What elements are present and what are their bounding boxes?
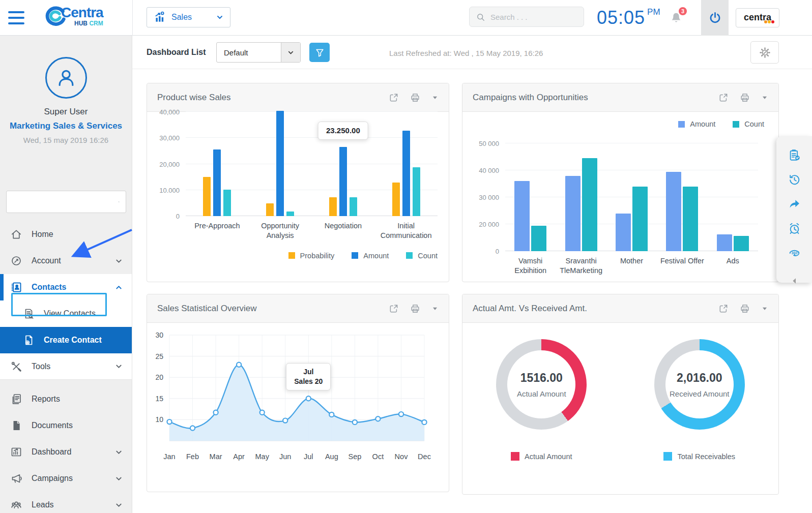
- bar-probability[interactable]: [266, 203, 274, 216]
- donut-label: Actual Amount: [517, 389, 566, 398]
- bar-amount[interactable]: [276, 111, 284, 216]
- sidebar-item-label: Reports: [32, 395, 60, 404]
- y-axis-tick: 0: [496, 248, 499, 255]
- app-logo: Centra HUB CRM: [44, 4, 103, 27]
- notifications-button[interactable]: 3: [670, 11, 683, 25]
- legend-item[interactable]: Probability: [288, 252, 335, 260]
- expand-icon[interactable]: [718, 304, 729, 314]
- bar-amount[interactable]: [616, 214, 631, 251]
- legend-label: Count: [418, 252, 438, 260]
- global-search-input[interactable]: [490, 13, 572, 21]
- logout-button[interactable]: [701, 0, 729, 36]
- chevron-down-icon: [114, 501, 123, 509]
- product-wise-sales-chart[interactable]: 010.00020,00030,00040,00023.250.00Pre-Ap…: [147, 112, 449, 260]
- chart-legend: ProbabilityAmountCount: [153, 252, 449, 260]
- bar-amount[interactable]: [339, 147, 347, 216]
- print-icon[interactable]: [740, 304, 750, 314]
- sidebar-item-campaigns[interactable]: Campaigns: [0, 465, 132, 492]
- sidebar-item-documents[interactable]: Documents: [0, 412, 132, 439]
- bar-count[interactable]: [734, 236, 749, 251]
- campaigns-opportunities-chart[interactable]: AmountCount020 00030 00040 00050 000Vams…: [462, 112, 778, 276]
- bar-probability[interactable]: [329, 197, 337, 216]
- last-refreshed-text: Last Refreshed at: Wed , 15 May 2019, 16…: [389, 49, 543, 57]
- bar-amount[interactable]: [717, 234, 732, 251]
- donut-ring[interactable]: 1516.00 Actual Amount: [496, 339, 587, 430]
- bar-count[interactable]: [683, 187, 698, 251]
- caret-down-icon[interactable]: [761, 94, 768, 101]
- dashboard-view-select[interactable]: Default: [216, 42, 301, 63]
- donut-actual-amount[interactable]: 1516.00 Actual Amount: [496, 339, 587, 430]
- bar-count[interactable]: [413, 167, 420, 216]
- bar-probability[interactable]: [392, 183, 400, 216]
- legend-item[interactable]: Amount: [678, 120, 715, 128]
- donut-ring[interactable]: 2,016.00 Received Amount: [654, 339, 745, 430]
- bar-count[interactable]: [350, 197, 357, 216]
- bar-count[interactable]: [632, 187, 648, 251]
- bar-count[interactable]: [286, 212, 294, 216]
- legend-item[interactable]: Count: [406, 252, 438, 260]
- caret-down-icon[interactable]: [431, 305, 439, 312]
- y-axis-tick: 40 000: [479, 167, 499, 174]
- quick-tools-panel: 360°: [776, 136, 812, 283]
- sidebar-item-tools[interactable]: Tools: [0, 353, 132, 380]
- legend-item[interactable]: Actual Amount: [511, 452, 572, 461]
- sidebar-search-input[interactable]: [7, 198, 118, 206]
- bar-amount[interactable]: [402, 131, 410, 216]
- module-selector[interactable]: Sales: [147, 7, 230, 27]
- legend-swatch: [678, 121, 685, 128]
- print-icon[interactable]: [410, 93, 420, 103]
- sidebar-item-create-contact[interactable]: Create Contact: [0, 327, 132, 353]
- legend-item[interactable]: Total Receivables: [663, 452, 735, 461]
- tasks-icon[interactable]: [788, 148, 801, 162]
- deg360-icon[interactable]: 360°: [788, 246, 801, 260]
- bar-amount[interactable]: [666, 172, 681, 251]
- legend-label: Count: [744, 120, 764, 128]
- legend-item[interactable]: Amount: [352, 252, 389, 260]
- card-title: Campaigns with Opportunities: [473, 93, 588, 103]
- expand-icon[interactable]: [718, 93, 729, 103]
- user-department[interactable]: Marketing Sales & Services: [0, 121, 132, 131]
- sidebar-item-contacts[interactable]: Contacts: [0, 274, 132, 300]
- sidebar-item-leads[interactable]: Leads: [0, 492, 132, 513]
- bar-amount[interactable]: [514, 181, 530, 251]
- filter-button[interactable]: [309, 43, 330, 62]
- caret-down-icon[interactable]: [761, 305, 768, 312]
- collapse-left-icon[interactable]: [790, 277, 799, 285]
- clock-time: 05:05: [597, 7, 645, 28]
- sidebar-item-view-contacts[interactable]: View Contacts: [0, 300, 132, 327]
- svg-text:25: 25: [155, 352, 163, 360]
- sidebar-item-home[interactable]: Home: [0, 221, 132, 248]
- bar-count[interactable]: [223, 190, 231, 216]
- expand-icon[interactable]: [389, 304, 399, 314]
- caret-down-icon[interactable]: [431, 94, 439, 101]
- sidebar-item-reports[interactable]: Reports: [0, 386, 132, 412]
- legend-swatch: [288, 252, 295, 259]
- bar-probability[interactable]: [203, 177, 211, 216]
- bar-count[interactable]: [531, 226, 546, 251]
- card-title: Sales Statistical Overview: [157, 304, 257, 314]
- legend-item[interactable]: Count: [733, 120, 764, 128]
- dashboard-settings-button[interactable]: [750, 41, 779, 64]
- chart-legend: AmountCount: [678, 120, 764, 128]
- sidebar-item-label: Campaigns: [32, 474, 73, 483]
- sales-statistical-chart[interactable]: 1015202530JanFebMarAprMayJunJulAugSepOct…: [154, 330, 449, 465]
- chevron-down-icon[interactable]: [281, 43, 300, 62]
- svg-text:15: 15: [155, 395, 163, 403]
- sidebar-item-dashboard[interactable]: Dashboard: [0, 439, 132, 465]
- home-icon: [10, 228, 22, 240]
- bar-count[interactable]: [582, 158, 597, 251]
- bar-amount[interactable]: [213, 149, 221, 216]
- alarm-icon[interactable]: [788, 222, 801, 235]
- expand-icon[interactable]: [389, 93, 399, 103]
- print-icon[interactable]: [740, 93, 750, 103]
- bar-group: [505, 181, 556, 251]
- history-icon[interactable]: [788, 173, 801, 187]
- bar-amount[interactable]: [565, 176, 581, 251]
- bar-group: [374, 131, 438, 216]
- share-icon[interactable]: [788, 197, 801, 211]
- actual-vs-received-chart[interactable]: 1516.00 Actual Amount 2,016.00 Received …: [462, 323, 778, 461]
- menu-toggle-icon[interactable]: [8, 11, 24, 24]
- print-icon[interactable]: [410, 304, 420, 314]
- sidebar-item-account[interactable]: Account: [0, 248, 132, 274]
- donut-received-amount[interactable]: 2,016.00 Received Amount: [654, 339, 745, 430]
